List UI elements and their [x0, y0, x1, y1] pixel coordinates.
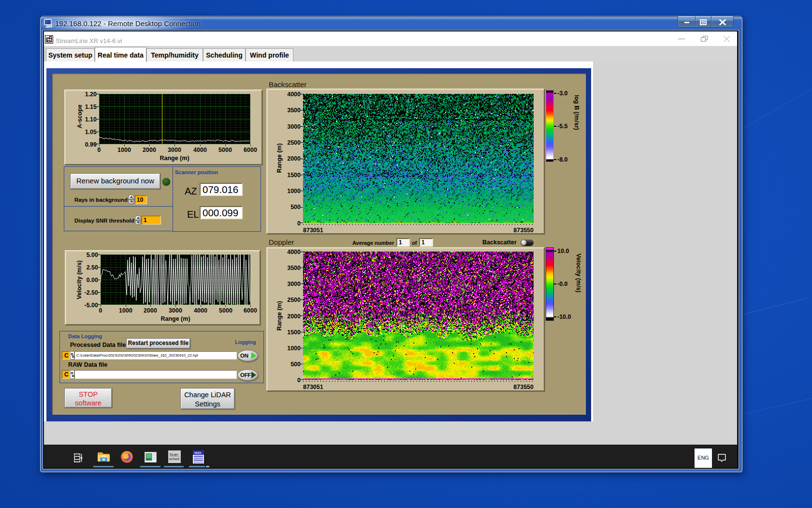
svg-text:sched: sched — [169, 457, 179, 461]
svg-text:VEEK: VEEK — [194, 451, 201, 454]
svg-text:Scan: Scan — [169, 452, 178, 457]
